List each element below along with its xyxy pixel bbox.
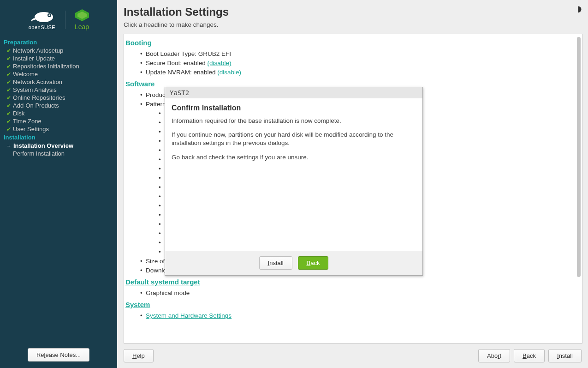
- nav-item-network-autosetup: ✔Network Autosetup: [4, 47, 113, 54]
- nav-item-system-analysis: ✔System Analysis: [4, 86, 113, 94]
- opensuse-logo: openSUSE: [28, 10, 56, 30]
- dialog-p2: If you continue now, partitions on your …: [172, 131, 416, 147]
- dialog-titlebar[interactable]: YaST2: [165, 87, 422, 98]
- system-hardware-item: System and Hardware Settings: [142, 311, 573, 320]
- svg-point-2: [48, 14, 50, 16]
- back-button[interactable]: Back: [514, 349, 545, 362]
- nav-item-timezone: ✔Time Zone: [4, 117, 113, 125]
- dialog-p1: Information required for the base instal…: [172, 117, 416, 125]
- check-icon: ✔: [6, 48, 11, 54]
- system-hardware-link[interactable]: System and Hardware Settings: [146, 312, 232, 319]
- dialog-body: Confirm Installation Information require…: [165, 98, 422, 251]
- nav-area: Preparation ✔Network Autosetup ✔Installe…: [0, 35, 117, 342]
- confirm-install-dialog: YaST2 Confirm Installation Information r…: [165, 87, 423, 276]
- install-button[interactable]: Install: [548, 349, 582, 362]
- section-software[interactable]: Software: [125, 80, 154, 88]
- update-nvram: Update NVRAM: enabled (disable): [142, 68, 573, 77]
- nav-item-network-activation: ✔Network Activation: [4, 78, 113, 86]
- sidebar: openSUSE Leap Preparation ✔Network Autos…: [0, 0, 117, 368]
- logo-area: openSUSE Leap: [0, 0, 117, 35]
- boot-loader-type: Boot Loader Type: GRUB2 EFI: [142, 49, 573, 59]
- nav-item-welcome: ✔Welcome: [4, 70, 113, 78]
- help-button[interactable]: Help: [124, 349, 154, 362]
- svg-point-0: [35, 12, 53, 22]
- dialog-footer: Install Back: [165, 251, 422, 275]
- check-icon: ✔: [6, 119, 11, 124]
- page-subtitle: Click a headline to make changes.: [124, 21, 582, 28]
- nav-item-installer-update: ✔Installer Update: [4, 54, 113, 62]
- dialog-back-button[interactable]: Back: [298, 256, 329, 270]
- arrow-right-icon: →: [6, 143, 12, 149]
- nav-item-addon-products: ✔Add-On Products: [4, 102, 113, 109]
- systemd-mode: Graphical mode: [142, 289, 573, 298]
- abort-button[interactable]: Abort: [478, 349, 510, 362]
- main-header: Installation Settings Click a headline t…: [117, 0, 588, 32]
- check-icon: ✔: [6, 72, 11, 77]
- check-icon: ✔: [6, 79, 11, 85]
- section-systemd-target[interactable]: Default systemd target: [125, 278, 200, 286]
- systemd-list: Graphical mode: [142, 289, 573, 298]
- release-notes-button[interactable]: Release Notes...: [28, 348, 89, 362]
- geeko-icon: [28, 10, 56, 24]
- check-icon: ✔: [6, 111, 11, 116]
- check-icon: ✔: [6, 127, 11, 132]
- page-title: Installation Settings: [124, 6, 582, 18]
- footer-left: Help: [124, 349, 154, 362]
- scrollbar[interactable]: [577, 37, 581, 277]
- leap-text: Leap: [75, 23, 89, 30]
- dialog-p3: Go back and check the settings if you ar…: [172, 153, 416, 162]
- check-icon: ✔: [6, 103, 11, 109]
- check-icon: ✔: [6, 56, 11, 61]
- secure-boot-disable-link[interactable]: (disable): [208, 60, 232, 66]
- nav-item-installation-overview: →Installation Overview: [4, 142, 113, 150]
- nav-item-disk: ✔Disk: [4, 109, 113, 117]
- nvram-disable-link[interactable]: (disable): [217, 69, 241, 76]
- nav-item-repositories-init: ✔Repositories Initialization: [4, 62, 113, 70]
- check-icon: ✔: [6, 64, 11, 69]
- nav-item-online-repos: ✔Online Repositories: [4, 94, 113, 102]
- check-icon: ✔: [6, 87, 11, 93]
- section-booting[interactable]: Booting: [125, 39, 152, 47]
- dialog-heading: Confirm Installation: [172, 104, 416, 112]
- logo-divider: [65, 11, 65, 29]
- leap-icon: [75, 9, 89, 21]
- nav-item-user-settings: ✔User Settings: [4, 125, 113, 133]
- footer-right: Abort Back Install: [478, 349, 582, 362]
- sidebar-footer: Release Notes...: [0, 342, 117, 368]
- secure-boot: Secure Boot: enabled (disable): [142, 59, 573, 68]
- main-footer: Help Abort Back Install: [117, 344, 588, 368]
- theme-toggle-icon[interactable]: ◗: [577, 4, 582, 14]
- system-list: System and Hardware Settings: [142, 311, 573, 320]
- opensuse-text: openSUSE: [29, 24, 55, 30]
- nav-item-perform-installation: Perform Installation: [4, 150, 113, 157]
- nav-heading-installation: Installation: [4, 133, 113, 142]
- check-icon: ✔: [6, 95, 11, 101]
- section-system[interactable]: System: [125, 301, 150, 308]
- leap-logo: Leap: [75, 9, 89, 30]
- nav-heading-preparation: Preparation: [4, 38, 113, 47]
- booting-list: Boot Loader Type: GRUB2 EFI Secure Boot:…: [142, 49, 573, 77]
- dialog-install-button[interactable]: Install: [259, 256, 292, 270]
